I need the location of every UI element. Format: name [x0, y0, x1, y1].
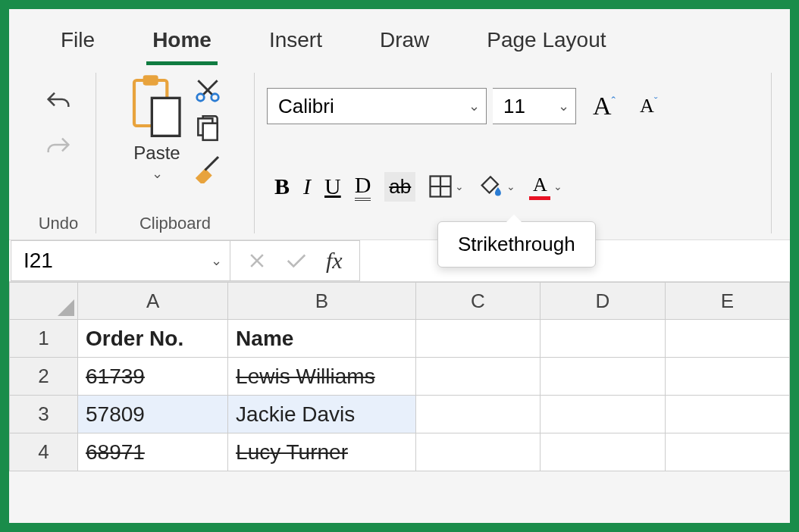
redo-icon — [43, 133, 74, 164]
cell-b1[interactable]: Name — [228, 320, 416, 358]
cell-d4[interactable] — [540, 433, 665, 471]
paste-dropdown-icon[interactable]: ⌄ — [152, 165, 163, 182]
format-painter-button[interactable] — [192, 152, 224, 183]
svg-rect-6 — [203, 124, 218, 140]
cell-d1[interactable] — [540, 320, 665, 358]
tab-page-layout[interactable]: Page Layout — [481, 20, 612, 65]
cell-e2[interactable] — [666, 358, 790, 396]
font-size-value: 11 — [503, 95, 525, 118]
cancel-formula-button[interactable] — [247, 251, 267, 271]
row-header-1[interactable]: 1 — [9, 320, 78, 358]
decrease-font-button[interactable]: Aˇ — [640, 95, 657, 117]
font-name-value: Calibri — [278, 95, 334, 118]
paste-button[interactable] — [127, 73, 187, 141]
cell-e3[interactable] — [666, 396, 790, 433]
double-underline-icon: D — [355, 172, 371, 201]
borders-button[interactable]: ⌄ — [429, 175, 464, 198]
paste-icon — [127, 73, 187, 141]
row-header-3[interactable]: 3 — [9, 396, 78, 433]
column-header-b[interactable]: B — [228, 282, 416, 320]
chevron-down-icon: ⌄ — [506, 180, 515, 192]
undo-icon — [43, 88, 74, 118]
paintbrush-icon — [192, 152, 224, 183]
group-clipboard-label: Clipboard — [139, 214, 211, 233]
bold-button[interactable]: B — [274, 174, 290, 199]
paste-label: Paste — [133, 142, 180, 164]
decrease-font-icon: Aˇ — [640, 95, 657, 117]
column-header-a[interactable]: A — [78, 282, 228, 320]
chevron-down-icon: ⌄ — [468, 98, 480, 114]
copy-icon — [193, 114, 222, 142]
increase-font-button[interactable]: Aˆ — [593, 92, 616, 120]
cell-c3[interactable] — [416, 396, 540, 433]
check-icon — [285, 251, 308, 271]
column-header-d[interactable]: D — [540, 282, 665, 320]
spreadsheet-grid: A B C D E 1 Order No. Name 2 61739 Lewis… — [9, 282, 790, 471]
tab-file[interactable]: File — [55, 20, 101, 65]
separator — [254, 73, 255, 233]
tab-home[interactable]: Home — [146, 20, 218, 65]
chevron-down-icon: ⌄ — [553, 180, 562, 192]
chevron-down-icon: ⌄ — [211, 252, 222, 269]
row-header-2[interactable]: 2 — [9, 358, 78, 396]
cut-button[interactable] — [193, 76, 222, 105]
column-header-e[interactable]: E — [666, 282, 790, 320]
strikethrough-button[interactable]: ab — [384, 172, 415, 202]
separator — [96, 73, 96, 233]
cell-b2[interactable]: Lewis Williams — [228, 358, 416, 396]
chevron-down-icon: ⌄ — [455, 180, 464, 192]
increase-font-icon: Aˆ — [593, 92, 616, 120]
name-box[interactable]: I21 ⌄ — [11, 240, 230, 281]
cell-a2[interactable]: 61739 — [78, 358, 228, 396]
cell-a4[interactable]: 68971 — [78, 433, 228, 471]
select-all-corner[interactable] — [9, 282, 78, 320]
undo-button[interactable] — [43, 88, 74, 118]
italic-button[interactable]: I — [303, 174, 311, 199]
tab-draw[interactable]: Draw — [374, 20, 435, 65]
cell-c4[interactable] — [416, 433, 540, 471]
fill-color-button[interactable]: ⌄ — [478, 174, 515, 199]
cell-c2[interactable] — [416, 358, 540, 396]
cell-c1[interactable] — [416, 320, 540, 358]
group-undo-label: Undo — [39, 214, 79, 233]
cell-d2[interactable] — [540, 358, 665, 396]
svg-point-3 — [197, 94, 205, 102]
font-size-select[interactable]: 11 ⌄ — [493, 88, 576, 124]
strikethrough-icon: ab — [389, 175, 411, 199]
double-underline-button[interactable]: D — [355, 172, 371, 201]
ribbon: Undo Paste ⌄ — [9, 65, 790, 239]
ribbon-tabs: File Home Insert Draw Page Layout — [9, 9, 790, 65]
row-header-4[interactable]: 4 — [9, 433, 78, 471]
cell-a3[interactable]: 57809 — [78, 396, 228, 433]
svg-rect-2 — [152, 98, 180, 136]
column-header-c[interactable]: C — [416, 282, 540, 320]
separator — [771, 73, 772, 233]
cell-d3[interactable] — [540, 396, 665, 433]
bold-icon: B — [274, 174, 290, 199]
copy-button[interactable] — [193, 114, 222, 142]
tab-insert[interactable]: Insert — [263, 20, 328, 65]
redo-button[interactable] — [43, 133, 74, 164]
tooltip-strikethrough: Strikethrough — [437, 221, 596, 268]
x-icon — [247, 251, 267, 271]
borders-icon — [429, 175, 452, 198]
svg-rect-1 — [143, 75, 158, 85]
italic-icon: I — [303, 174, 311, 199]
scissors-icon — [193, 76, 222, 105]
cell-a1[interactable]: Order No. — [78, 320, 228, 358]
font-name-select[interactable]: Calibri ⌄ — [267, 88, 487, 124]
group-clipboard: Paste ⌄ Clipboard — [99, 73, 251, 233]
enter-formula-button[interactable] — [285, 251, 308, 271]
cell-e4[interactable] — [666, 433, 790, 471]
svg-point-4 — [212, 94, 219, 102]
formula-bar: I21 ⌄ fx — [9, 239, 790, 282]
underline-icon: U — [324, 174, 341, 199]
cell-b4[interactable]: Lucy Turner — [228, 433, 416, 471]
group-font: Calibri ⌄ 11 ⌄ Aˆ Aˇ B I U D ab — [258, 73, 768, 233]
cell-b3[interactable]: Jackie Davis — [228, 396, 416, 433]
fx-label[interactable]: fx — [326, 248, 343, 274]
underline-button[interactable]: U — [324, 174, 341, 199]
chevron-down-icon: ⌄ — [558, 98, 569, 114]
font-color-button[interactable]: A ⌄ — [529, 174, 562, 200]
cell-e1[interactable] — [666, 320, 790, 358]
